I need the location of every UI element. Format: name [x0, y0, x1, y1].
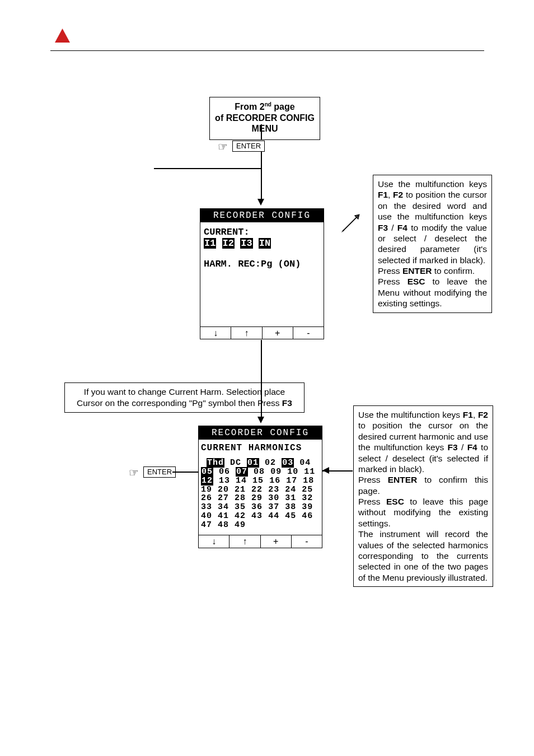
connector	[261, 152, 262, 169]
page: From 2nd page of RECORDER CONFIG MENU ☞ …	[0, 0, 534, 756]
device-screen-current-harmonics: RECORDER CONFIG CURRENT HARMONICS Thd DC…	[198, 426, 322, 548]
screen2-softkeys: ↓ ↑ + -	[199, 535, 322, 548]
screen2-title: RECORDER CONFIG	[199, 426, 322, 440]
header-rule	[50, 50, 484, 51]
instruction-box-2: Use the multifunction keys F1, F2 to pos…	[353, 405, 493, 587]
note-f3: F3	[282, 398, 292, 408]
hand-icon: ☞	[129, 466, 139, 479]
fkey-minus[interactable]: -	[293, 327, 324, 339]
topbox-line2: of RECORDER CONFIG MENU	[215, 113, 315, 133]
fkey-plus[interactable]: +	[261, 535, 292, 548]
arrow-down-icon	[257, 417, 264, 423]
connector	[261, 168, 262, 199]
i1-sel: I1	[204, 238, 216, 249]
enter-key-label-1: ENTER	[232, 141, 265, 152]
screen1-title: RECORDER CONFIG	[200, 209, 324, 222]
fkey-minus[interactable]: -	[292, 535, 322, 548]
screen1-softkeys: ↓ ↑ + -	[200, 326, 324, 339]
screen2-subtitle: CURRENT HARMONICS	[201, 443, 320, 453]
note-line1: If you want to change Current Harm. Sele…	[84, 387, 285, 396]
enter-key-label-2: ENTER	[143, 466, 176, 478]
top-label-box: From 2nd page of RECORDER CONFIG MENU	[209, 97, 320, 140]
i2-sel: I2	[222, 238, 235, 249]
fkey-plus[interactable]: +	[263, 327, 293, 339]
fkey-up[interactable]: ↑	[231, 327, 262, 339]
i3-sel: I3	[240, 238, 252, 249]
note-line2a: Cursor on the corresponding "Pg" symbol …	[77, 398, 282, 408]
arrow-left-icon	[322, 467, 329, 474]
note-box: If you want to change Current Harm. Sele…	[64, 382, 305, 413]
hand-icon: ☞	[218, 140, 228, 153]
arrow-down-icon	[257, 199, 264, 206]
svg-marker-0	[55, 29, 70, 43]
fkey-down[interactable]: ↓	[200, 327, 231, 339]
connector	[261, 124, 262, 140]
topbox-sup: nd	[265, 101, 271, 108]
current-label: CURRENT:	[204, 227, 320, 238]
device-screen-recorder-config: RECORDER CONFIG CURRENT: I1 I2 I3 IN HAR…	[200, 208, 324, 339]
current-values: I1 I2 I3 IN	[204, 238, 320, 249]
fkey-down[interactable]: ↓	[199, 535, 229, 548]
brand-logo	[53, 27, 72, 44]
topbox-line1-prefix: From 2	[235, 102, 264, 111]
connector	[172, 472, 199, 473]
harmonics-grid: Thd DC 01 02 03 04 05 06 07 08 09 10 11 …	[201, 459, 320, 529]
in-sel: IN	[259, 238, 271, 249]
fkey-up[interactable]: ↑	[229, 535, 260, 548]
instruction-box-1: Use the multifunction keys F1, F2 to pos…	[373, 175, 492, 313]
pencil-arrow-icon	[340, 209, 365, 234]
topbox-line1-suffix: page	[271, 102, 295, 111]
connector	[154, 168, 261, 169]
harm-rec-line: HARM. REC:Pg (ON)	[204, 259, 320, 270]
